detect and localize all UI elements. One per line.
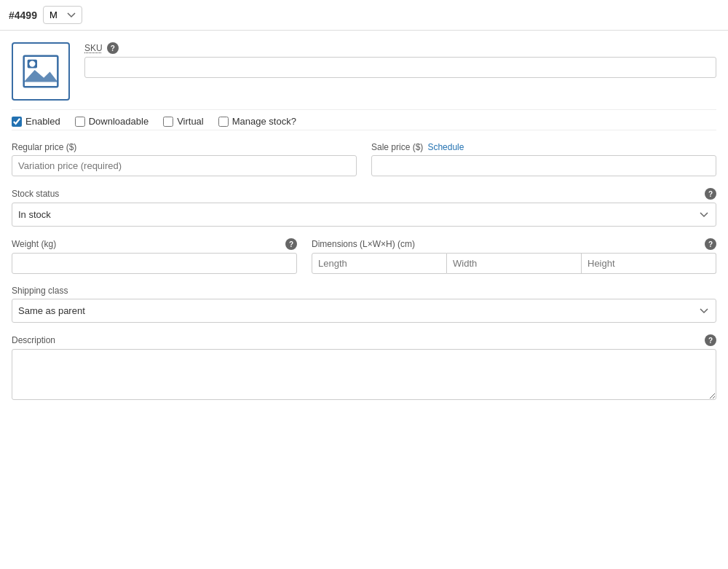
enabled-checkbox-item[interactable]: Enabled [12,116,60,127]
description-help-icon[interactable]: ? [705,334,716,346]
regular-price-label: Regular price ($) [12,142,76,152]
sku-section: SKU ? [84,42,716,78]
main-content: SKU ? Enabled Downloadable Virtual Manag… [0,31,728,425]
weight-group: Weight (kg) ? [12,238,297,274]
top-section: SKU ? [12,42,716,101]
shipping-label-row: Shipping class [12,286,716,296]
stock-status-section: Stock status ? In stock Out of stock On … [12,188,716,227]
regular-price-group: Regular price ($) [12,142,357,176]
virtual-label: Virtual [177,116,204,127]
dimensions-label-row: Dimensions (L×W×H) (cm) ? [312,238,716,250]
sale-price-group: Sale price ($) Schedule [371,142,716,176]
description-textarea[interactable] [12,349,716,400]
regular-price-label-row: Regular price ($) [12,142,357,152]
description-label: Description [12,335,55,345]
weight-input[interactable] [12,253,297,274]
height-input[interactable] [582,253,716,274]
stock-help-icon[interactable]: ? [705,188,716,200]
enabled-label: Enabled [25,116,60,127]
sale-price-label: Sale price ($) [371,142,423,152]
weight-label: Weight (kg) [12,239,56,249]
shipping-class-section: Shipping class Same as parent No shippin… [12,286,716,323]
svg-point-3 [29,60,35,66]
virtual-checkbox[interactable] [163,117,173,127]
shipping-class-label: Shipping class [12,286,68,296]
sale-price-input[interactable] [371,155,716,176]
weight-label-row: Weight (kg) ? [12,238,297,250]
description-section: Description ? [12,334,716,402]
dimensions-inputs [312,253,716,274]
variation-id: #4499 [9,9,37,21]
schedule-link[interactable]: Schedule [427,142,464,152]
enabled-checkbox[interactable] [12,117,22,127]
dimensions-weight-row: Weight (kg) ? Dimensions (L×W×H) (cm) ? [12,238,716,274]
sku-label: SKU [84,43,103,53]
manage-stock-checkbox[interactable] [218,117,229,127]
dimensions-group: Dimensions (L×W×H) (cm) ? [312,238,716,274]
description-label-row: Description ? [12,334,716,346]
header-bar: #4499 M S L XL [0,0,728,31]
weight-help-icon[interactable]: ? [285,238,297,250]
dimensions-label: Dimensions (L×W×H) (cm) [312,239,415,249]
width-input[interactable] [447,253,582,274]
downloadable-label: Downloadable [89,116,149,127]
stock-label-row: Stock status ? [12,188,716,200]
image-icon [23,53,59,90]
sku-input[interactable] [84,57,716,78]
svg-marker-2 [24,70,58,82]
shipping-class-select[interactable]: Same as parent No shipping class [12,299,716,323]
sale-price-label-row: Sale price ($) Schedule [371,142,716,152]
downloadable-checkbox[interactable] [75,117,85,127]
sku-label-row: SKU ? [84,42,716,54]
price-row: Regular price ($) Sale price ($) Schedul… [12,142,716,176]
stock-status-select[interactable]: In stock Out of stock On backorder [12,203,716,227]
product-image-placeholder[interactable] [12,42,70,101]
stock-status-label: Stock status [12,189,59,199]
dimensions-help-icon[interactable]: ? [705,238,716,250]
variant-select[interactable]: M S L XL [43,6,82,24]
manage-stock-label: Manage stock? [232,116,296,127]
length-input[interactable] [312,253,447,274]
manage-stock-checkbox-item[interactable]: Manage stock? [218,116,296,127]
checkboxes-row: Enabled Downloadable Virtual Manage stoc… [12,109,716,130]
virtual-checkbox-item[interactable]: Virtual [163,116,204,127]
regular-price-input[interactable] [12,155,357,176]
sku-help-icon[interactable]: ? [107,42,119,54]
downloadable-checkbox-item[interactable]: Downloadable [75,116,149,127]
